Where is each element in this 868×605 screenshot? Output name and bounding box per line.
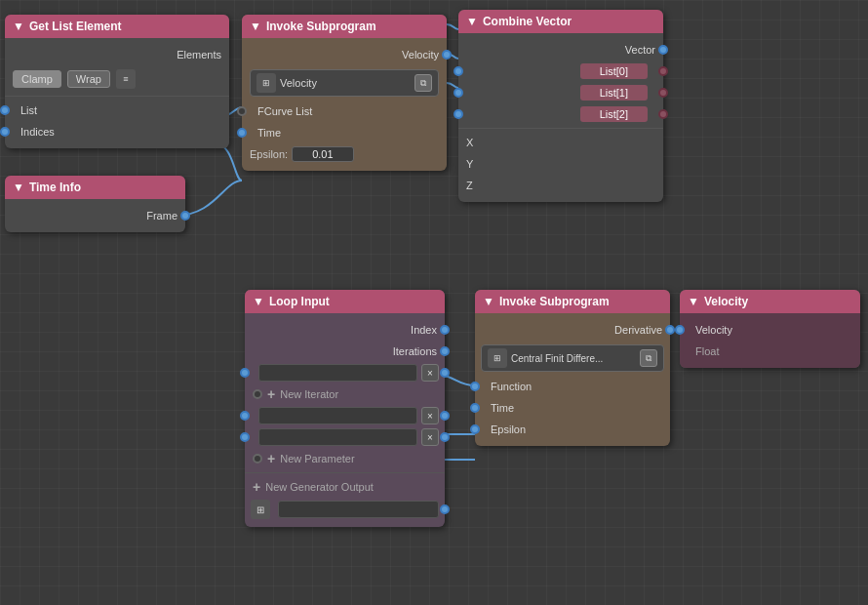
time-info-title: Time Info xyxy=(29,181,81,194)
new-iterator-plus[interactable]: + xyxy=(267,386,275,402)
invoke-sub-title-bottom: Invoke Subprogram xyxy=(499,295,610,308)
index-row: Index xyxy=(245,319,445,341)
time-info-header: ▼ Time Info xyxy=(5,176,185,199)
invoke-sub-header-top: ▼ Invoke Subprogram xyxy=(242,15,447,38)
derivative-row: Derivative xyxy=(475,319,670,341)
list2-right-socket xyxy=(658,109,668,119)
index-socket xyxy=(440,325,450,335)
epsilon-value-text: 0.01 xyxy=(292,146,353,162)
velocity-in-socket xyxy=(675,325,685,335)
central-diff-copy-btn[interactable]: ⧉ xyxy=(640,349,657,367)
time-param-right-socket xyxy=(440,411,450,421)
combine-header: ▼ Combine Vector xyxy=(458,10,663,33)
new-gen-row[interactable]: + New Generator Output xyxy=(245,476,445,498)
velocity-node: ▼ Velocity Velocity Float xyxy=(680,290,860,368)
clamp-button[interactable]: Clamp xyxy=(13,70,61,88)
x-row: X xyxy=(458,132,663,153)
clamp-wrap-row: Clamp Wrap ≡ xyxy=(5,65,229,93)
velocity-label-row: Velocity xyxy=(242,44,447,65)
indices-row: Indices xyxy=(5,121,229,142)
velocity-out-socket xyxy=(442,50,452,60)
velocity-grid-icon2: ⊞ xyxy=(251,500,270,519)
epsilon-param-input[interactable]: Epsilon xyxy=(258,428,417,446)
epsilon-param-row: Epsilon × xyxy=(245,426,445,448)
list-row: List xyxy=(5,100,229,121)
combine-title: Combine Vector xyxy=(483,15,572,28)
wrap-button[interactable]: Wrap xyxy=(67,70,110,88)
function-row: Function xyxy=(475,376,670,397)
epsilon-param-right-socket xyxy=(440,432,450,442)
header-triangle: ▼ xyxy=(13,20,24,33)
velocity-header: ▼ Velocity xyxy=(680,290,860,313)
epsilon-remove-btn[interactable]: × xyxy=(421,428,439,446)
central-diff-icon: ⊞ xyxy=(488,348,507,368)
time-param-socket xyxy=(240,411,250,421)
derivative-socket xyxy=(665,325,675,335)
invoke-sub-title-top: Invoke Subprogram xyxy=(266,20,376,33)
list1-socket xyxy=(454,88,463,98)
invoke-subprogram-node-bottom: ▼ Invoke Subprogram Derivative ⊞ Central… xyxy=(475,290,670,446)
invoke-sub-triangle-bottom: ▼ xyxy=(483,295,494,308)
iterations-row: Iterations xyxy=(245,341,445,362)
get-list-element-node: ▼ Get List Element Elements Clamp Wrap ≡… xyxy=(5,15,229,148)
frame-row: Frame xyxy=(5,205,185,226)
new-param-socket xyxy=(253,454,262,464)
velocity-gen-socket xyxy=(440,504,450,514)
loop-title: Loop Input xyxy=(269,295,330,308)
list0-socket xyxy=(454,66,463,76)
velocity-copy-btn[interactable]: ⧉ xyxy=(414,74,432,92)
list2-row: List[2] xyxy=(458,103,663,125)
time-row-invoke2: Time xyxy=(475,397,670,419)
function-socket xyxy=(470,382,480,391)
velocity-label-row2: Velocity xyxy=(680,319,860,341)
new-gen-plus[interactable]: + xyxy=(253,479,260,495)
combine-triangle: ▼ xyxy=(466,15,478,28)
new-param-plus[interactable]: + xyxy=(267,451,275,466)
frame-socket xyxy=(180,211,190,221)
epsilon-param-socket xyxy=(240,432,250,442)
vector-out-socket xyxy=(658,45,668,55)
iterations-socket xyxy=(440,346,450,356)
fcurve-param-input[interactable]: FCurve xyxy=(258,364,417,382)
fcurve-param-socket xyxy=(240,368,250,378)
invoke-sub-header-bottom: ▼ Invoke Subprogram xyxy=(475,290,670,313)
get-list-title: Get List Element xyxy=(29,20,122,33)
epsilon-row: Epsilon: 0.01 xyxy=(242,143,447,165)
list0-right-socket xyxy=(658,66,668,76)
combine-vector-node: ▼ Combine Vector Vector List[0] List[1] … xyxy=(458,10,663,202)
time-socket-invoke2 xyxy=(470,403,480,413)
invoke-sub-triangle-top: ▼ xyxy=(250,20,261,33)
list1-row: List[1] xyxy=(458,82,663,103)
vector-out-row: Vector xyxy=(458,39,663,60)
new-iterator-row[interactable]: + New Iterator xyxy=(245,383,445,405)
invoke-subprogram-node-top: ▼ Invoke Subprogram Velocity ⊞ Velocity … xyxy=(242,15,447,171)
fcurve-param-row: FCurve × xyxy=(245,362,445,383)
y-row: Y xyxy=(458,153,663,175)
list0-row: List[0] xyxy=(458,60,663,82)
list-view-icon[interactable]: ≡ xyxy=(116,69,136,89)
new-iter-socket xyxy=(253,389,262,399)
velocity-out-input[interactable]: Velocity xyxy=(278,501,439,518)
float-row: Float xyxy=(680,341,860,362)
get-list-header: ▼ Get List Element xyxy=(5,15,229,38)
list1-right-socket xyxy=(658,88,668,98)
fcurve-param-right-socket xyxy=(440,368,450,378)
elements-row: Elements xyxy=(5,44,229,65)
velocity-triangle: ▼ xyxy=(688,295,699,308)
velocity-body: Velocity Float xyxy=(680,313,860,368)
z-row: Z xyxy=(458,175,663,196)
time-param-input[interactable]: Time xyxy=(258,407,417,424)
velocity-title: Velocity xyxy=(704,295,748,308)
time-row-invoke: Time xyxy=(242,122,447,143)
list2-socket xyxy=(454,109,463,119)
loop-triangle: ▼ xyxy=(253,295,264,308)
new-param-row[interactable]: + New Parameter xyxy=(245,448,445,469)
fcurve-row: FCurve List xyxy=(242,101,447,122)
time-info-node: ▼ Time Info Frame xyxy=(5,176,185,232)
time-param-row: Time × xyxy=(245,405,445,426)
indices-socket xyxy=(0,127,10,137)
list-socket xyxy=(0,105,10,115)
velocity-grid-icon: ⊞ xyxy=(256,73,276,93)
fcurve-remove-btn[interactable]: × xyxy=(421,364,439,382)
time-remove-btn[interactable]: × xyxy=(421,407,439,424)
